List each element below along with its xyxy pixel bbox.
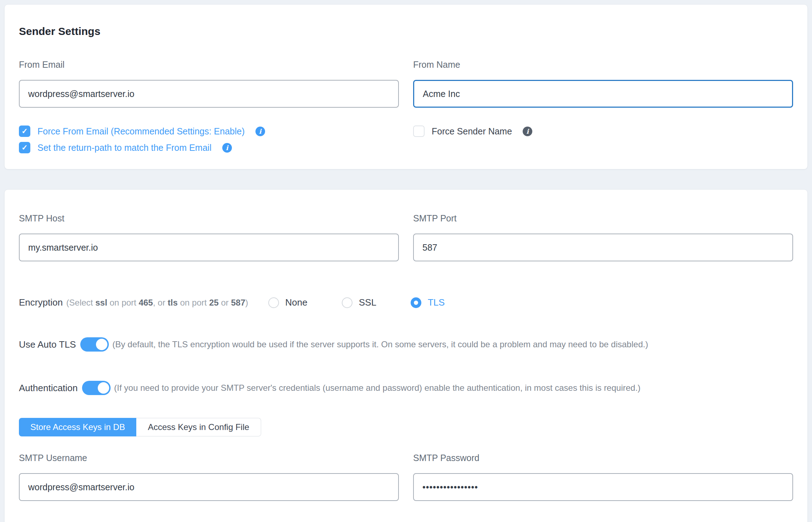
check-icon: ✓ (21, 127, 28, 135)
from-name-label: From Name (413, 60, 793, 70)
auto-tls-description: (By default, the TLS encryption would be… (112, 339, 648, 349)
tab-keys-in-config-file[interactable]: Access Keys in Config File (136, 418, 261, 436)
info-icon[interactable]: i (523, 127, 532, 136)
smtp-port-field-group: SMTP Port (413, 213, 793, 261)
radio-ssl-icon (342, 297, 352, 308)
return-path-label: Set the return-path to match the From Em… (37, 143, 212, 153)
from-email-field-group: From Email ✓ Force From Email (Recommend… (19, 60, 399, 153)
radio-none-icon (268, 297, 279, 308)
force-sender-name-row: Force Sender Name i (413, 126, 793, 137)
encryption-hint: (Select ssl on port 465, or tls on port … (66, 298, 248, 308)
from-name-input[interactable] (413, 80, 793, 108)
force-from-email-label: Force From Email (Recommended Settings: … (37, 126, 245, 137)
smtp-host-field-group: SMTP Host (19, 213, 399, 261)
force-sender-name-checkbox[interactable] (413, 126, 425, 137)
radio-tls-icon (411, 297, 421, 308)
return-path-row: ✓ Set the return-path to match the From … (19, 142, 399, 153)
smtp-username-field-group: SMTP Username (19, 453, 399, 501)
encryption-label: Encryption (19, 297, 63, 308)
radio-none-label: None (285, 297, 308, 308)
toggle-knob (98, 382, 109, 394)
auto-tls-row: Use Auto TLS (By default, the TLS encryp… (19, 337, 793, 352)
smtp-host-input[interactable] (19, 234, 399, 261)
smtp-password-input[interactable] (413, 473, 793, 501)
smtp-port-label: SMTP Port (413, 213, 793, 224)
smtp-host-label: SMTP Host (19, 213, 399, 224)
auto-tls-toggle[interactable] (80, 337, 109, 352)
return-path-checkbox[interactable]: ✓ (19, 142, 30, 153)
smtp-username-input[interactable] (19, 473, 399, 501)
authentication-toggle[interactable] (82, 381, 111, 395)
authentication-row: Authentication (If you need to provide y… (19, 381, 793, 395)
tab-store-keys-in-db[interactable]: Store Access Keys in DB (19, 418, 136, 436)
encryption-option-ssl[interactable]: SSL (342, 297, 376, 308)
auto-tls-label: Use Auto TLS (19, 339, 76, 350)
info-icon[interactable]: i (255, 127, 265, 136)
sender-settings-card: Sender Settings From Email ✓ Force From … (4, 4, 808, 169)
radio-ssl-label: SSL (359, 297, 376, 308)
from-email-input[interactable] (19, 80, 399, 108)
smtp-port-input[interactable] (413, 234, 793, 261)
encryption-row: Encryption (Select ssl on port 465, or t… (19, 297, 793, 308)
force-from-email-row: ✓ Force From Email (Recommended Settings… (19, 126, 399, 137)
encryption-option-none[interactable]: None (268, 297, 308, 308)
encryption-option-tls[interactable]: TLS (411, 297, 445, 308)
smtp-settings-card: SMTP Host SMTP Port Encryption (Select s… (4, 189, 808, 522)
authentication-description: (If you need to provide your SMTP server… (114, 383, 641, 393)
smtp-password-label: SMTP Password (413, 453, 793, 463)
radio-tls-label: TLS (428, 297, 445, 308)
authentication-label: Authentication (19, 383, 78, 394)
force-sender-name-label: Force Sender Name (432, 126, 512, 137)
key-storage-tabs: Store Access Keys in DB Access Keys in C… (19, 418, 261, 436)
sender-settings-title: Sender Settings (19, 25, 793, 37)
check-icon: ✓ (21, 143, 28, 152)
smtp-username-label: SMTP Username (19, 453, 399, 463)
from-name-field-group: From Name Force Sender Name i (413, 60, 793, 153)
smtp-password-field-group: SMTP Password (413, 453, 793, 501)
toggle-knob (96, 339, 107, 350)
from-email-label: From Email (19, 60, 399, 70)
force-from-email-checkbox[interactable]: ✓ (19, 126, 30, 137)
info-icon[interactable]: i (222, 143, 232, 153)
